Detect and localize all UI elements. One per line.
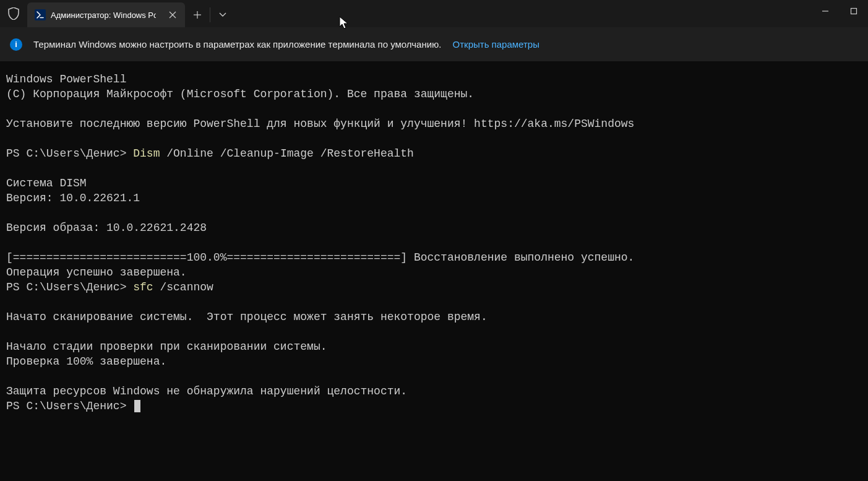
command-args: /scannow <box>153 281 213 293</box>
text-cursor <box>134 400 140 412</box>
tab-powershell[interactable]: Администратор: Windows Po <box>27 2 185 27</box>
terminal-output[interactable]: Windows PowerShell (C) Корпорация Майкро… <box>0 62 868 423</box>
title-bar: Администратор: Windows Po <box>0 0 868 27</box>
open-settings-link[interactable]: Открыть параметры <box>453 39 539 50</box>
output-line: Проверка 100% завершена. <box>6 355 166 368</box>
svg-rect-6 <box>851 9 857 14</box>
prompt: PS C:\Users\Денис> <box>6 281 133 293</box>
close-icon <box>169 11 176 19</box>
output-line: Установите последнюю версию PowerShell д… <box>6 118 634 130</box>
command-name: Dism <box>133 147 160 160</box>
output-line: Начало стадии проверки при сканировании … <box>6 340 327 353</box>
info-icon: i <box>10 38 22 51</box>
output-line: Операция успешно завершена. <box>6 266 187 279</box>
info-bar: i Терминал Windows можно настроить в пар… <box>0 27 868 62</box>
prompt: PS C:\Users\Денис> <box>6 147 133 160</box>
output-line: Cистема DISM <box>6 177 87 189</box>
titlebar-drag-area[interactable] <box>235 0 811 27</box>
output-line: (C) Корпорация Майкрософт (Microsoft Cor… <box>6 88 474 100</box>
output-line: Защита ресурсов Windows не обнаружила на… <box>6 385 407 397</box>
plus-icon <box>193 11 202 19</box>
prompt: PS C:\Users\Денис> <box>6 400 133 412</box>
powershell-icon <box>35 9 46 20</box>
maximize-button[interactable] <box>840 0 868 22</box>
minimize-button[interactable] <box>811 0 840 22</box>
command-args: /Online /Cleanup-Image /RestoreHealth <box>160 147 413 160</box>
tab-title: Администратор: Windows Po <box>51 11 156 20</box>
minimize-icon <box>822 7 829 15</box>
output-line: Windows PowerShell <box>6 73 126 85</box>
tab-dropdown-button[interactable] <box>210 2 235 27</box>
new-tab-button[interactable] <box>185 2 210 27</box>
output-line: Версия образа: 10.0.22621.2428 <box>6 222 207 234</box>
admin-shield-icon <box>0 0 27 27</box>
output-line: Начато сканирование системы. Этот процес… <box>6 311 488 323</box>
output-line: Версия: 10.0.22621.1 <box>6 192 140 204</box>
info-text: Терминал Windows можно настроить в парам… <box>33 39 442 50</box>
command-name: sfc <box>133 281 153 293</box>
maximize-icon <box>850 7 857 15</box>
output-line: [==========================100.0%=======… <box>6 251 634 264</box>
window-controls <box>811 0 868 27</box>
chevron-down-icon <box>219 12 226 17</box>
tab-close-button[interactable] <box>166 9 179 21</box>
